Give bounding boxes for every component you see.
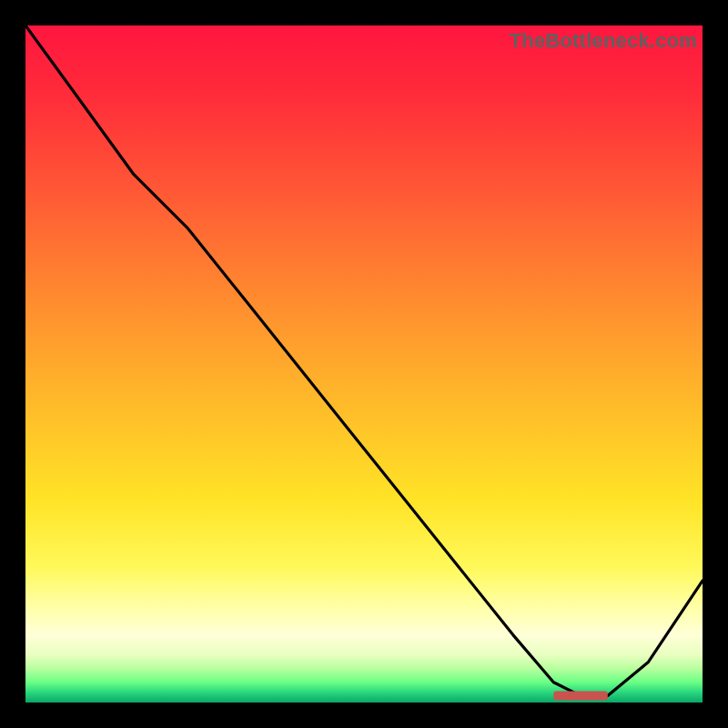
chart-minimum-marker (553, 692, 608, 701)
chart-curve-svg (25, 25, 703, 703)
chart-frame: TheBottleneck.com (0, 0, 728, 728)
chart-curve-path (25, 25, 703, 696)
chart-plot-area: TheBottleneck.com (25, 25, 703, 703)
